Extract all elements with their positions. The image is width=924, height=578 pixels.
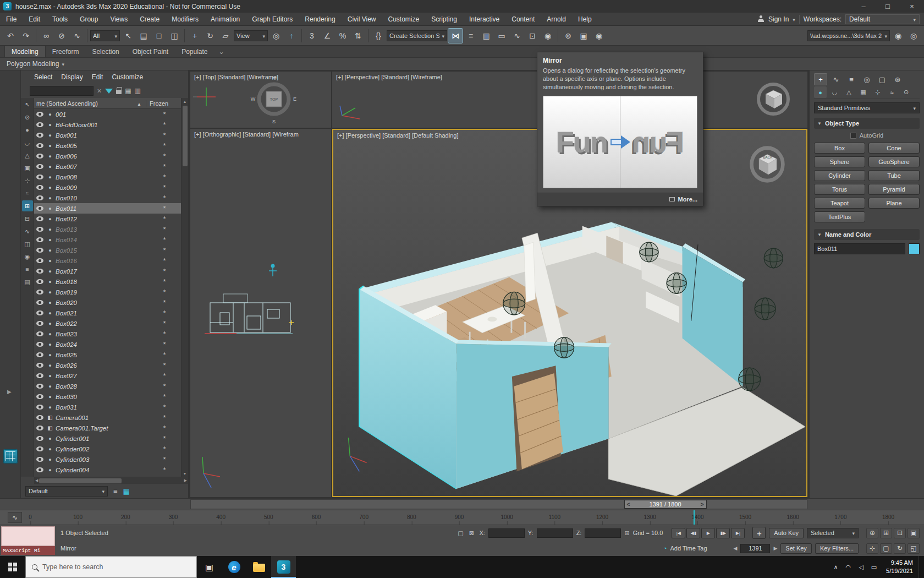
list-item[interactable]: ◧Camera001.Target* (34, 423, 181, 433)
visibility-eye-icon[interactable] (36, 258, 43, 263)
maximize-viewport-icon[interactable]: ◱ (908, 543, 920, 554)
frozen-toggle-icon[interactable]: * (148, 257, 181, 265)
frozen-toggle-icon[interactable]: * (148, 110, 181, 118)
render-iterative-icon[interactable]: ◎ (906, 29, 921, 43)
select-object-icon[interactable]: ↖ (121, 29, 135, 43)
visibility-eye-icon[interactable] (36, 446, 43, 451)
notification-center-edge[interactable] (919, 556, 924, 578)
set-keys-button[interactable]: + (752, 527, 766, 539)
rectangular-selection-region-icon[interactable]: □ (152, 29, 166, 43)
key-filter-combo[interactable]: Selected (807, 528, 859, 538)
auto-key-button[interactable]: Auto Key (769, 528, 804, 538)
reference-coordinate-combo[interactable]: View (234, 30, 268, 41)
list-item[interactable]: ●BiFoldDoor001* (34, 119, 181, 130)
edit-named-selection-icon[interactable]: {} (371, 29, 386, 43)
render-setup-icon[interactable]: ⊚ (561, 29, 575, 43)
list-item[interactable]: ●Box011* (34, 203, 181, 214)
frozen-toggle-icon[interactable]: * (148, 330, 181, 338)
isolate-selection-icon[interactable]: ▢ (456, 530, 465, 537)
display-materials-icon[interactable]: ◉ (22, 251, 33, 262)
display-cameras-icon[interactable]: ▣ (22, 162, 33, 173)
visibility-eye-icon[interactable] (36, 436, 43, 441)
frozen-toggle-icon[interactable]: * (148, 403, 181, 411)
frozen-toggle-icon[interactable]: * (148, 162, 181, 171)
object-type-rollout[interactable]: Object Type (814, 118, 920, 129)
pick-object-icon[interactable]: ↖ (22, 99, 33, 110)
list-item[interactable]: ◧Camera001* (34, 412, 181, 423)
frozen-toggle-icon[interactable]: * (148, 225, 181, 233)
menu-group[interactable]: Group (74, 13, 104, 25)
keyboard-icon[interactable]: ▭ (867, 556, 881, 578)
visibility-eye-icon[interactable] (36, 394, 43, 399)
display-geometry-icon[interactable]: ● (22, 124, 33, 135)
y-coordinate-field[interactable] (537, 528, 573, 538)
list-item[interactable]: ●Box009* (34, 182, 181, 193)
list-item[interactable]: ●Box030* (34, 391, 181, 402)
orbit-icon[interactable]: ↻ (894, 543, 906, 554)
visibility-eye-icon[interactable] (36, 279, 43, 284)
next-frame-button[interactable]: ▮▶ (716, 528, 730, 538)
teapot-button[interactable]: Teapot (814, 198, 865, 209)
modify-tab-icon[interactable]: ∿ (829, 73, 843, 85)
go-to-end-button[interactable]: ▶| (731, 528, 745, 538)
viewport-layout-icon[interactable] (3, 449, 18, 464)
clear-search-icon[interactable]: ✕ (97, 88, 102, 95)
display-xrefs-icon[interactable]: ⊟ (22, 213, 33, 224)
list-item[interactable]: ●Box028* (34, 381, 181, 391)
visibility-eye-icon[interactable] (36, 248, 43, 253)
scroll-right-icon[interactable] (184, 478, 187, 483)
list-item[interactable]: ●Box008* (34, 172, 181, 182)
list-item[interactable]: ●Box022* (34, 318, 181, 329)
menu-animation[interactable]: Animation (205, 13, 246, 25)
list-item[interactable]: ●Box013* (34, 224, 181, 235)
list-item[interactable]: ●Box012* (34, 214, 181, 224)
tab-selection[interactable]: Selection (85, 46, 125, 57)
hierarchy-mode-icon[interactable]: ▤ (22, 276, 33, 287)
menu-file[interactable]: File (0, 13, 23, 25)
frozen-toggle-icon[interactable]: * (148, 183, 181, 192)
frozen-toggle-icon[interactable]: * (148, 434, 181, 443)
visibility-eye-icon[interactable] (36, 133, 43, 138)
scroll-down-icon[interactable] (183, 470, 187, 477)
previous-frame-icon[interactable] (627, 501, 630, 508)
layer-explorer-icon[interactable]: ▥ (479, 29, 493, 43)
visibility-eye-icon[interactable] (36, 321, 43, 326)
menu-display[interactable]: Display (57, 73, 87, 81)
visibility-eye-icon[interactable] (36, 175, 43, 179)
explorer-grid-icon[interactable]: ▦ (123, 487, 130, 495)
frozen-toggle-icon[interactable]: * (148, 455, 181, 464)
frozen-toggle-icon[interactable]: * (148, 236, 181, 244)
frozen-toggle-icon[interactable]: * (148, 351, 181, 359)
toggle-ribbon-icon[interactable]: ▭ (494, 29, 509, 43)
lock-icon[interactable] (116, 90, 122, 94)
menu-customize[interactable]: Customize (382, 13, 426, 25)
frozen-toggle-icon[interactable]: * (148, 372, 181, 380)
select-and-rotate-icon[interactable]: ↻ (203, 29, 217, 43)
hidden-icons-chevron[interactable]: ∧ (830, 556, 842, 578)
display-containers-icon[interactable]: ◫ (22, 238, 33, 249)
visibility-eye-icon[interactable] (36, 122, 43, 127)
visibility-eye-icon[interactable] (36, 405, 43, 410)
configure-columns-icon[interactable]: ▥ (135, 87, 141, 95)
column-chooser-icon[interactable]: ▦ (125, 87, 131, 95)
undo-icon[interactable]: ↶ (3, 29, 18, 43)
systems-category-icon[interactable]: ⊙ (900, 86, 912, 98)
list-item[interactable]: ●Box021* (34, 308, 181, 318)
use-pivot-point-icon[interactable]: ◎ (269, 29, 283, 43)
next-frame-icon[interactable] (701, 501, 704, 508)
list-item[interactable]: ●Cylinder004* (34, 465, 181, 475)
visibility-eye-icon[interactable] (36, 457, 43, 462)
redo-icon[interactable]: ↷ (19, 29, 33, 43)
frozen-toggle-icon[interactable]: * (148, 361, 181, 369)
helpers-category-icon[interactable]: ⊹ (871, 86, 884, 98)
frozen-toggle-icon[interactable]: * (148, 288, 181, 296)
taskbar-search[interactable]: Type here to search (25, 556, 197, 578)
ribbon-collapse-icon[interactable]: ⌄ (215, 46, 229, 57)
visibility-eye-icon[interactable] (36, 352, 43, 357)
frozen-toggle-icon[interactable]: * (148, 246, 181, 254)
chevron-down-icon[interactable] (793, 15, 795, 23)
visibility-eye-icon[interactable] (36, 290, 43, 295)
scroll-up-icon[interactable] (183, 98, 187, 105)
frozen-toggle-icon[interactable]: * (148, 194, 181, 202)
frozen-toggle-icon[interactable]: * (148, 340, 181, 348)
